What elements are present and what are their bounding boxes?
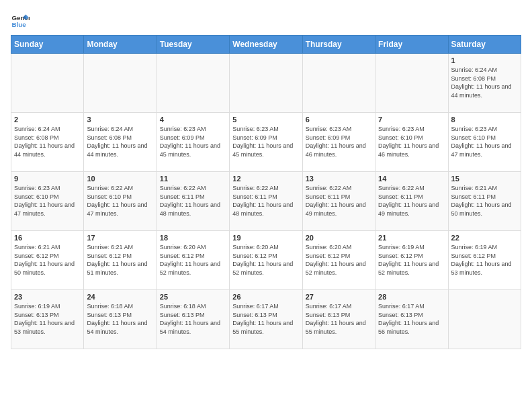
calendar-cell: 6Sunrise: 6:23 AM Sunset: 6:09 PM Daylig… — [302, 113, 375, 172]
header-tuesday: Tuesday — [157, 36, 229, 54]
calendar-cell: 25Sunrise: 6:18 AM Sunset: 6:13 PM Dayli… — [157, 290, 229, 349]
day-number: 3 — [87, 116, 153, 124]
day-info: Sunrise: 6:22 AM Sunset: 6:11 PM Dayligh… — [232, 184, 299, 218]
day-number: 13 — [306, 175, 372, 183]
day-info: Sunrise: 6:24 AM Sunset: 6:08 PM Dayligh… — [87, 125, 153, 158]
svg-text:Blue: Blue — [11, 21, 26, 28]
calendar-cell — [157, 54, 229, 113]
day-info: Sunrise: 6:19 AM Sunset: 6:12 PM Dayligh… — [451, 243, 518, 277]
calendar-cell: 12Sunrise: 6:22 AM Sunset: 6:11 PM Dayli… — [230, 172, 302, 231]
calendar-week-3: 9Sunrise: 6:23 AM Sunset: 6:10 PM Daylig… — [11, 172, 521, 231]
day-number: 2 — [14, 116, 81, 124]
day-number: 19 — [232, 234, 299, 242]
day-number: 14 — [378, 175, 445, 183]
calendar-cell: 22Sunrise: 6:19 AM Sunset: 6:12 PM Dayli… — [448, 231, 521, 290]
day-info: Sunrise: 6:20 AM Sunset: 6:12 PM Dayligh… — [232, 243, 299, 277]
calendar-cell: 18Sunrise: 6:20 AM Sunset: 6:12 PM Dayli… — [157, 231, 229, 290]
day-info: Sunrise: 6:23 AM Sunset: 6:09 PM Dayligh… — [160, 125, 226, 158]
header-wednesday: Wednesday — [230, 36, 302, 54]
calendar-week-1: 1Sunrise: 6:24 AM Sunset: 6:08 PM Daylig… — [11, 54, 521, 113]
day-info: Sunrise: 6:24 AM Sunset: 6:08 PM Dayligh… — [14, 125, 81, 158]
day-info: Sunrise: 6:17 AM Sunset: 6:13 PM Dayligh… — [306, 302, 372, 336]
header-thursday: Thursday — [302, 36, 375, 54]
page-header: General Blue — [11, 11, 521, 30]
calendar-week-2: 2Sunrise: 6:24 AM Sunset: 6:08 PM Daylig… — [11, 113, 521, 172]
calendar-cell — [448, 290, 521, 349]
calendar-cell — [11, 54, 84, 113]
day-number: 23 — [14, 293, 81, 301]
calendar-cell: 26Sunrise: 6:17 AM Sunset: 6:13 PM Dayli… — [230, 290, 302, 349]
calendar-cell: 13Sunrise: 6:22 AM Sunset: 6:11 PM Dayli… — [302, 172, 375, 231]
calendar-cell: 3Sunrise: 6:24 AM Sunset: 6:08 PM Daylig… — [84, 113, 157, 172]
day-number: 5 — [232, 116, 299, 124]
day-number: 25 — [160, 293, 226, 301]
day-number: 17 — [87, 234, 153, 242]
calendar-cell: 1Sunrise: 6:24 AM Sunset: 6:08 PM Daylig… — [448, 54, 521, 113]
day-info: Sunrise: 6:21 AM Sunset: 6:12 PM Dayligh… — [14, 243, 81, 277]
header-saturday: Saturday — [448, 36, 521, 54]
calendar-cell: 11Sunrise: 6:22 AM Sunset: 6:11 PM Dayli… — [157, 172, 229, 231]
day-info: Sunrise: 6:19 AM Sunset: 6:13 PM Dayligh… — [14, 302, 81, 336]
calendar-cell: 15Sunrise: 6:21 AM Sunset: 6:11 PM Dayli… — [448, 172, 521, 231]
calendar-cell: 24Sunrise: 6:18 AM Sunset: 6:13 PM Dayli… — [84, 290, 157, 349]
calendar-header-row: SundayMondayTuesdayWednesdayThursdayFrid… — [11, 36, 521, 54]
calendar-cell: 16Sunrise: 6:21 AM Sunset: 6:12 PM Dayli… — [11, 231, 84, 290]
day-number: 12 — [232, 175, 299, 183]
calendar-cell: 23Sunrise: 6:19 AM Sunset: 6:13 PM Dayli… — [11, 290, 84, 349]
day-info: Sunrise: 6:22 AM Sunset: 6:10 PM Dayligh… — [87, 184, 153, 218]
calendar-table: SundayMondayTuesdayWednesdayThursdayFrid… — [11, 35, 521, 349]
header-sunday: Sunday — [11, 36, 84, 54]
day-info: Sunrise: 6:23 AM Sunset: 6:10 PM Dayligh… — [378, 125, 445, 158]
calendar-cell: 21Sunrise: 6:19 AM Sunset: 6:12 PM Dayli… — [375, 231, 448, 290]
calendar-cell: 19Sunrise: 6:20 AM Sunset: 6:12 PM Dayli… — [230, 231, 302, 290]
logo-icon: General Blue — [11, 11, 30, 30]
day-info: Sunrise: 6:22 AM Sunset: 6:11 PM Dayligh… — [378, 184, 445, 218]
day-info: Sunrise: 6:23 AM Sunset: 6:10 PM Dayligh… — [14, 184, 81, 218]
calendar-cell: 17Sunrise: 6:21 AM Sunset: 6:12 PM Dayli… — [84, 231, 157, 290]
day-info: Sunrise: 6:23 AM Sunset: 6:10 PM Dayligh… — [451, 125, 518, 158]
logo: General Blue — [11, 11, 32, 30]
day-info: Sunrise: 6:21 AM Sunset: 6:12 PM Dayligh… — [87, 243, 153, 277]
calendar-cell: 4Sunrise: 6:23 AM Sunset: 6:09 PM Daylig… — [157, 113, 229, 172]
day-number: 22 — [451, 234, 518, 242]
day-number: 9 — [14, 175, 81, 183]
day-info: Sunrise: 6:24 AM Sunset: 6:08 PM Dayligh… — [451, 66, 518, 99]
calendar-cell: 14Sunrise: 6:22 AM Sunset: 6:11 PM Dayli… — [375, 172, 448, 231]
calendar-cell — [84, 54, 157, 113]
day-info: Sunrise: 6:23 AM Sunset: 6:09 PM Dayligh… — [306, 125, 372, 158]
calendar-cell: 10Sunrise: 6:22 AM Sunset: 6:10 PM Dayli… — [84, 172, 157, 231]
day-info: Sunrise: 6:20 AM Sunset: 6:12 PM Dayligh… — [160, 243, 226, 277]
day-number: 4 — [160, 116, 226, 124]
header-friday: Friday — [375, 36, 448, 54]
day-info: Sunrise: 6:19 AM Sunset: 6:12 PM Dayligh… — [378, 243, 445, 277]
day-number: 28 — [378, 293, 445, 301]
calendar-week-5: 23Sunrise: 6:19 AM Sunset: 6:13 PM Dayli… — [11, 290, 521, 349]
day-info: Sunrise: 6:22 AM Sunset: 6:11 PM Dayligh… — [160, 184, 226, 218]
day-number: 24 — [87, 293, 153, 301]
day-number: 16 — [14, 234, 81, 242]
calendar-cell: 20Sunrise: 6:20 AM Sunset: 6:12 PM Dayli… — [302, 231, 375, 290]
day-info: Sunrise: 6:17 AM Sunset: 6:13 PM Dayligh… — [378, 302, 445, 336]
day-number: 26 — [232, 293, 299, 301]
day-info: Sunrise: 6:17 AM Sunset: 6:13 PM Dayligh… — [232, 302, 299, 336]
calendar-cell: 28Sunrise: 6:17 AM Sunset: 6:13 PM Dayli… — [375, 290, 448, 349]
calendar-cell — [230, 54, 302, 113]
day-number: 20 — [306, 234, 372, 242]
calendar-cell: 9Sunrise: 6:23 AM Sunset: 6:10 PM Daylig… — [11, 172, 84, 231]
day-info: Sunrise: 6:23 AM Sunset: 6:09 PM Dayligh… — [232, 125, 299, 158]
calendar-cell — [375, 54, 448, 113]
day-number: 27 — [306, 293, 372, 301]
calendar-cell — [302, 54, 375, 113]
day-number: 11 — [160, 175, 226, 183]
day-number: 6 — [306, 116, 372, 124]
day-number: 7 — [378, 116, 445, 124]
calendar-cell: 7Sunrise: 6:23 AM Sunset: 6:10 PM Daylig… — [375, 113, 448, 172]
day-number: 8 — [451, 116, 518, 124]
day-info: Sunrise: 6:22 AM Sunset: 6:11 PM Dayligh… — [306, 184, 372, 218]
calendar-cell: 27Sunrise: 6:17 AM Sunset: 6:13 PM Dayli… — [302, 290, 375, 349]
calendar-cell: 2Sunrise: 6:24 AM Sunset: 6:08 PM Daylig… — [11, 113, 84, 172]
day-number: 18 — [160, 234, 226, 242]
calendar-cell: 8Sunrise: 6:23 AM Sunset: 6:10 PM Daylig… — [448, 113, 521, 172]
day-number: 1 — [451, 56, 518, 64]
day-info: Sunrise: 6:18 AM Sunset: 6:13 PM Dayligh… — [160, 302, 226, 336]
